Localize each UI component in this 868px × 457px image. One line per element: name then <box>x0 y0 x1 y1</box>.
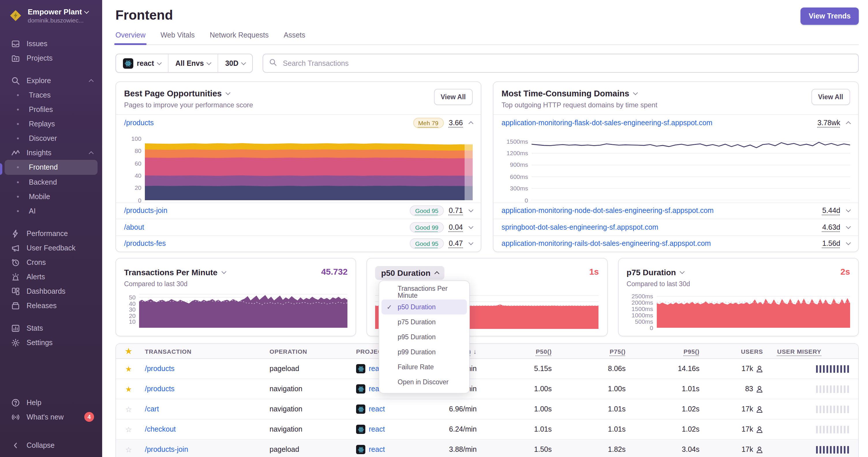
org-switcher[interactable]: Empower Plant dominik.buszowiec... <box>0 0 102 24</box>
project-link[interactable]: react <box>356 404 417 414</box>
opportunity-row[interactable]: /about Good 990.04 <box>116 219 481 235</box>
sidebar-item-profiles[interactable]: •Profiles <box>0 102 102 117</box>
sidebar-item-traces[interactable]: •Traces <box>0 88 102 102</box>
menu-item-p99-duration[interactable]: p99 Duration <box>381 345 467 359</box>
score-badge[interactable]: Meh 79 <box>413 118 443 128</box>
sidebar-item-alerts[interactable]: Alerts <box>0 269 102 284</box>
menu-item-transactions-per-minute[interactable]: Transactions Per Minute <box>381 285 467 299</box>
menu-item-open-in-discover[interactable]: Open in Discover <box>381 374 467 390</box>
column-header-transaction[interactable]: TRANSACTION <box>145 348 270 355</box>
star-toggle[interactable]: ★ <box>125 385 145 393</box>
page-link[interactable]: /products <box>124 119 154 127</box>
opportunities-view-all-button[interactable]: View All <box>434 89 473 105</box>
sidebar-item-discover[interactable]: •Discover <box>0 131 102 145</box>
column-header-p75[interactable]: P75() <box>552 348 626 355</box>
tab-web-vitals[interactable]: Web Vitals <box>160 31 195 44</box>
column-header-p50[interactable]: P50() <box>477 348 552 355</box>
transaction-link[interactable]: /products <box>145 385 175 393</box>
column-header-users[interactable]: USERS <box>700 348 763 355</box>
menu-item-failure-rate[interactable]: Failure Rate <box>381 359 467 374</box>
sidebar-item-projects[interactable]: Projects <box>0 51 102 65</box>
opportunities-title[interactable]: Best Page Opportunities <box>124 89 473 98</box>
sidebar-item-issues[interactable]: Issues <box>0 36 102 51</box>
chevron-down-icon[interactable] <box>469 224 473 229</box>
score-badge[interactable]: Good 95 <box>410 238 444 249</box>
chevron-up-icon[interactable] <box>846 121 851 126</box>
view-trends-button[interactable]: View Trends <box>801 7 859 25</box>
table-row[interactable]: ☆ /checkout navigation react 6.24/min 1.… <box>116 420 858 440</box>
column-header-p95[interactable]: P95() <box>626 348 700 355</box>
star-toggle[interactable]: ☆ <box>125 405 145 414</box>
project-link[interactable]: react <box>356 445 417 454</box>
domain-link[interactable]: application-monitoring-flask-dot-sales-e… <box>501 119 712 127</box>
transaction-link[interactable]: /products-join <box>145 446 188 454</box>
p50-metric-selector[interactable]: p50 Duration <box>375 266 444 280</box>
table-row[interactable]: ☆ /cart navigation react 6.96/min 1.00s … <box>116 399 858 420</box>
star-column-header[interactable]: ★ <box>125 347 145 355</box>
tab-overview[interactable]: Overview <box>116 31 146 44</box>
transaction-link[interactable]: /cart <box>145 405 159 413</box>
sidebar-item-settings[interactable]: Settings <box>0 335 102 350</box>
domains-view-all-button[interactable]: View All <box>811 89 850 105</box>
chevron-up-icon[interactable] <box>469 121 473 126</box>
domain-link[interactable]: application-monitoring-node-dot-sales-en… <box>501 207 714 215</box>
project-selector[interactable]: react <box>116 54 168 72</box>
page-link[interactable]: /about <box>124 223 144 231</box>
domains-title[interactable]: Most Time-Consuming Domains <box>501 89 850 98</box>
domain-row[interactable]: springboot-dot-sales-engineering-sf.apps… <box>493 219 858 235</box>
p75-metric-selector[interactable]: p75 Duration <box>626 265 850 279</box>
sidebar-item-performance[interactable]: Performance <box>0 226 102 240</box>
sidebar-collapse-button[interactable]: Collapse <box>0 438 102 452</box>
table-row[interactable]: ☆ /products-join pageload react 3.88/min… <box>116 440 858 457</box>
table-row[interactable]: ★ /products pageload react 18.81/min 5.1… <box>116 359 858 379</box>
sidebar-item-help[interactable]: Help <box>0 395 102 410</box>
sidebar-item-stats[interactable]: Stats <box>0 321 102 335</box>
domain-link[interactable]: application-monitoring-rails-dot-sales-e… <box>501 240 711 248</box>
sidebar-item-replays[interactable]: •Replays <box>0 117 102 131</box>
star-toggle[interactable]: ☆ <box>125 445 145 454</box>
star-toggle[interactable]: ☆ <box>125 425 145 434</box>
environment-selector[interactable]: All Envs <box>168 54 218 72</box>
column-header-operation[interactable]: OPERATION <box>270 348 356 355</box>
chevron-down-icon[interactable] <box>846 224 851 229</box>
opportunity-row-expanded[interactable]: /products Meh 79 3.66 <box>116 114 481 131</box>
menu-item-p95-duration[interactable]: p95 Duration <box>381 329 467 345</box>
chevron-down-icon[interactable] <box>469 240 473 245</box>
sidebar-item-insights[interactable]: Insights <box>0 145 102 160</box>
chevron-down-icon[interactable] <box>846 240 851 245</box>
menu-item-p75-duration[interactable]: p75 Duration <box>381 315 467 329</box>
column-header-user-misery[interactable]: USER MISERY <box>763 348 849 355</box>
page-link[interactable]: /products-fes <box>124 240 166 248</box>
page-link[interactable]: /products-join <box>124 207 167 215</box>
sidebar-item-ai[interactable]: •AI <box>0 204 102 218</box>
opportunity-row[interactable]: /products-fes Good 950.47 <box>116 235 481 252</box>
chevron-down-icon[interactable] <box>846 207 851 213</box>
project-link[interactable]: react <box>356 425 417 434</box>
sidebar-item-whats-new[interactable]: What's new 4 <box>0 410 102 424</box>
sidebar-item-backend[interactable]: •Backend <box>0 175 102 189</box>
tab-network-requests[interactable]: Network Requests <box>210 31 269 44</box>
tpm-metric-selector[interactable]: Transactions Per Minute <box>124 265 348 279</box>
score-badge[interactable]: Good 95 <box>410 206 444 216</box>
sidebar-item-crons[interactable]: Crons <box>0 255 102 269</box>
search-input[interactable] <box>282 59 852 68</box>
sidebar-item-user-feedback[interactable]: User Feedback <box>0 240 102 255</box>
opportunity-row[interactable]: /products-join Good 950.71 <box>116 202 481 219</box>
menu-item-p50-duration[interactable]: ✓p50 Duration <box>381 299 467 315</box>
sidebar-item-frontend[interactable]: •Frontend <box>5 160 97 175</box>
tab-assets[interactable]: Assets <box>284 31 305 44</box>
star-toggle[interactable]: ★ <box>125 364 145 373</box>
domain-row[interactable]: application-monitoring-rails-dot-sales-e… <box>493 235 858 252</box>
domain-row-expanded[interactable]: application-monitoring-flask-dot-sales-e… <box>493 114 858 131</box>
date-range-selector[interactable]: 30D <box>218 54 252 72</box>
sidebar-item-releases[interactable]: Releases <box>0 298 102 313</box>
transaction-link[interactable]: /products <box>145 365 175 373</box>
chevron-down-icon[interactable] <box>469 207 473 213</box>
domain-row[interactable]: application-monitoring-node-dot-sales-en… <box>493 202 858 219</box>
score-badge[interactable]: Good 99 <box>410 222 444 232</box>
domain-link[interactable]: springboot-dot-sales-engineering-sf.apps… <box>501 223 658 231</box>
transaction-link[interactable]: /checkout <box>145 425 176 433</box>
sidebar-item-explore[interactable]: Explore <box>0 73 102 88</box>
sidebar-item-mobile[interactable]: •Mobile <box>0 189 102 204</box>
sidebar-item-dashboards[interactable]: Dashboards <box>0 284 102 298</box>
